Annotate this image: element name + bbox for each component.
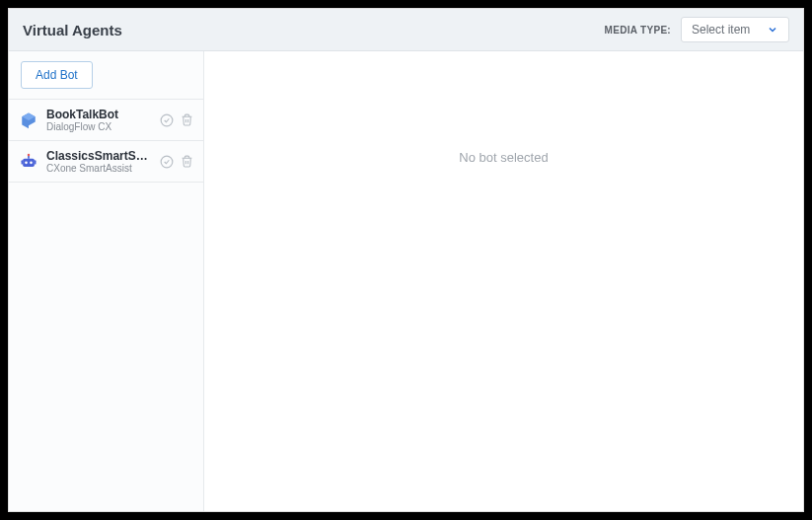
bot-text: ClassicsSmartSupport CXone SmartAssist bbox=[46, 149, 152, 174]
check-circle-icon[interactable] bbox=[160, 113, 174, 127]
media-type-select[interactable]: Select item bbox=[681, 17, 789, 42]
sidebar: Add Bot BookTalkBot DialogFlow CX bbox=[9, 51, 204, 511]
add-bot-button[interactable]: Add Bot bbox=[21, 61, 93, 89]
bot-name: BookTalkBot bbox=[46, 108, 152, 121]
check-circle-icon[interactable] bbox=[160, 155, 174, 169]
bot-actions bbox=[160, 113, 193, 127]
body: Add Bot BookTalkBot DialogFlow CX bbox=[9, 51, 803, 511]
media-type-select-text: Select item bbox=[692, 23, 750, 37]
bot-list-item[interactable]: ClassicsSmartSupport CXone SmartAssist bbox=[9, 141, 203, 183]
svg-point-4 bbox=[25, 161, 28, 164]
bot-list: BookTalkBot DialogFlow CX bbox=[9, 100, 203, 511]
sidebar-top: Add Bot bbox=[9, 51, 203, 100]
header: Virtual Agents MEDIA TYPE: Select item bbox=[9, 9, 803, 51]
svg-point-5 bbox=[30, 161, 33, 164]
smartassist-icon bbox=[19, 152, 38, 172]
bot-actions bbox=[160, 155, 193, 169]
bot-subtitle: CXone SmartAssist bbox=[46, 163, 152, 174]
svg-point-7 bbox=[28, 153, 31, 156]
main-panel: No bot selected bbox=[204, 51, 803, 511]
bot-list-item[interactable]: BookTalkBot DialogFlow CX bbox=[9, 100, 203, 141]
trash-icon[interactable] bbox=[180, 113, 193, 127]
svg-point-10 bbox=[161, 156, 173, 168]
bot-text: BookTalkBot DialogFlow CX bbox=[46, 108, 152, 132]
header-controls: MEDIA TYPE: Select item bbox=[605, 17, 789, 42]
dialogflow-icon bbox=[19, 111, 38, 130]
media-type-label: MEDIA TYPE: bbox=[605, 25, 671, 36]
svg-rect-8 bbox=[22, 160, 24, 164]
svg-rect-3 bbox=[23, 158, 35, 166]
svg-point-2 bbox=[161, 114, 173, 126]
empty-state-text: No bot selected bbox=[459, 150, 548, 165]
app-container: Virtual Agents MEDIA TYPE: Select item A… bbox=[8, 8, 804, 512]
chevron-down-icon bbox=[767, 24, 778, 36]
trash-icon[interactable] bbox=[180, 155, 193, 169]
page-title: Virtual Agents bbox=[23, 22, 122, 38]
bot-name: ClassicsSmartSupport bbox=[46, 149, 152, 163]
svg-rect-9 bbox=[35, 160, 37, 164]
bot-subtitle: DialogFlow CX bbox=[46, 121, 152, 132]
